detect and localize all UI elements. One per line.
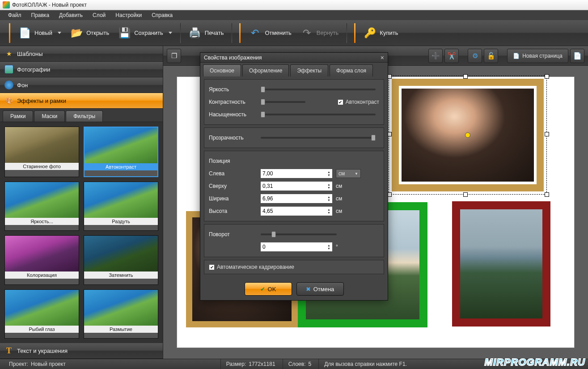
input-left[interactable]: 7,00▲▼ [261, 169, 332, 178]
filter-thumb-grid[interactable]: Старинное фото Автоконтраст Яркость... Р… [0, 122, 163, 343]
subtab-frames[interactable]: Рамки [3, 110, 33, 122]
resize-handle[interactable] [545, 74, 549, 79]
input-width[interactable]: 6,96▲▼ [261, 194, 332, 203]
palette-icon: 🎨 [4, 96, 13, 105]
check-icon: ✔ [260, 286, 265, 293]
group-color-adjust: Яркость Контрастность ✔Автоконтраст Насы… [204, 79, 384, 125]
resize-handle[interactable] [545, 192, 549, 197]
new-page-icon: 📄 [513, 53, 520, 59]
menubar: Файл Правка Добавить Слой Настройки Спра… [0, 10, 588, 20]
label-saturation: Насыщенность [209, 111, 257, 118]
new-file-icon: 📄 [18, 27, 31, 39]
cut-icon[interactable]: ✂️ [444, 49, 459, 63]
status-size: Размер:1772x1181 [220, 359, 281, 369]
globe-icon [4, 81, 13, 89]
group-rotation: Поворот 0▲▼ ° [204, 224, 384, 257]
save-icon: 💾 [118, 27, 131, 39]
new-button[interactable]: 📄 Новый [14, 24, 66, 42]
tab-shape[interactable]: Форма слоя [330, 64, 373, 76]
accordion-photos[interactable]: Фотографии [0, 62, 163, 77]
x-icon: ✖ [306, 286, 311, 293]
frame-gold[interactable] [392, 79, 544, 191]
label-width: Ширина [209, 195, 257, 202]
filter-inflate[interactable]: Раздуть [84, 182, 158, 231]
filter-blur[interactable]: Размытие [84, 289, 158, 339]
menu-layer[interactable]: Слой [88, 11, 110, 20]
tab-design[interactable]: Оформление [242, 64, 289, 76]
label-brightness: Яркость [209, 86, 257, 93]
print-button[interactable]: 🖨️ Печать [184, 24, 228, 42]
open-button[interactable]: 📂 Открыть [66, 24, 114, 42]
chevron-down-icon [58, 32, 61, 34]
add-layer-icon[interactable]: ➕ [428, 49, 443, 63]
photo-icon [4, 65, 13, 74]
menu-file[interactable]: Файл [4, 11, 26, 20]
dialog-tabs: Основное Оформление Эффекты Форма слоя [200, 63, 388, 76]
status-layers: Слоев:5 [283, 359, 317, 369]
input-rotation[interactable]: 0▲▼ [261, 242, 332, 251]
image-properties-dialog: Свойства изображения × Основное Оформлен… [200, 52, 388, 301]
filter-fisheye[interactable]: Рыбий глаз [4, 289, 79, 339]
status-project: Проект:Новый проект [4, 359, 71, 369]
resize-handle[interactable] [463, 192, 468, 197]
subtab-filters[interactable]: Фильтры [66, 110, 103, 122]
slider-saturation[interactable] [261, 114, 376, 115]
label-top: Сверху [209, 183, 257, 189]
tab-main[interactable]: Основное [203, 64, 241, 76]
key-icon: 🔑 [364, 27, 376, 39]
filter-brightness[interactable]: Яркость... [4, 182, 79, 231]
dialog-titlebar[interactable]: Свойства изображения × [200, 53, 388, 63]
menu-settings[interactable]: Настройки [111, 11, 146, 20]
rotate-handle[interactable] [465, 132, 470, 138]
page-settings-icon[interactable]: 📄 [570, 49, 584, 63]
slider-contrast[interactable] [261, 101, 305, 103]
checkbox-autocrop[interactable]: ✔Автоматическое кадрирование [209, 264, 379, 270]
accordion-templates[interactable]: ★ Шаблоны [0, 46, 163, 62]
filter-darken[interactable]: Затемнить [84, 235, 158, 285]
accordion-background[interactable]: Фон [0, 77, 163, 93]
tab-effects[interactable]: Эффекты [290, 64, 328, 76]
frame-red[interactable] [452, 201, 550, 327]
layers-icon[interactable]: ❐ [167, 49, 181, 63]
buy-button[interactable]: 🔑 Купить [359, 24, 402, 42]
gear-icon[interactable]: ⚙ [468, 49, 482, 63]
accordion-text[interactable]: T Текст и украшения [0, 343, 163, 359]
filter-old-photo[interactable]: Старинное фото [4, 127, 79, 177]
redo-button[interactable]: ↷ Вернуть [296, 24, 343, 42]
unit-select[interactable]: см▼ [336, 169, 361, 178]
slider-opacity[interactable] [261, 137, 376, 139]
toolbar-accent [9, 23, 10, 43]
titlebar-text: ФотоКОЛЛАЖ - Новый проект [12, 2, 87, 8]
titlebar: ФотоКОЛЛАЖ - Новый проект [0, 0, 588, 10]
filter-autocontrast[interactable]: Автоконтраст [84, 127, 158, 177]
filter-colorize[interactable]: Колоризация [4, 235, 79, 285]
slider-rotation[interactable] [261, 233, 337, 235]
menu-edit[interactable]: Правка [27, 11, 54, 20]
menu-help[interactable]: Справка [147, 11, 177, 20]
subtab-masks[interactable]: Маски [34, 110, 65, 122]
label-rotation: Поворот [209, 231, 257, 238]
input-top[interactable]: 0,31▲▼ [261, 182, 332, 191]
accordion-effects[interactable]: 🎨 Эффекты и рамки [0, 93, 163, 109]
input-height[interactable]: 4,65▲▼ [261, 207, 332, 216]
checkbox-autocontrast[interactable]: ✔Автоконтраст [338, 99, 379, 105]
save-button[interactable]: 💾 Сохранить [114, 24, 177, 42]
group-opacity: Прозрачность [204, 127, 384, 148]
cancel-button[interactable]: ✖ Отмена [296, 282, 344, 296]
lock-icon[interactable]: 🔓 [484, 49, 498, 63]
redo-icon: ↷ [300, 27, 313, 39]
undo-icon: ↶ [249, 27, 261, 39]
ok-button[interactable]: ✔ OK [245, 282, 292, 296]
close-icon[interactable]: × [381, 54, 384, 61]
folder-open-icon: 📂 [70, 27, 83, 39]
undo-button[interactable]: ↶ Отменить [244, 24, 296, 42]
effects-subtabs: Рамки Маски Фильтры [0, 109, 163, 122]
new-page-button[interactable]: 📄 Новая страница [507, 49, 568, 63]
label-opacity: Прозрачность [209, 135, 257, 141]
left-panel: ★ Шаблоны Фотографии Фон 🎨 Эффекты и рам… [0, 46, 163, 359]
slider-brightness[interactable] [261, 89, 376, 90]
resize-handle[interactable] [545, 132, 549, 136]
resize-handle[interactable] [463, 74, 468, 79]
menu-add[interactable]: Добавить [55, 11, 87, 20]
text-icon: T [4, 346, 13, 355]
